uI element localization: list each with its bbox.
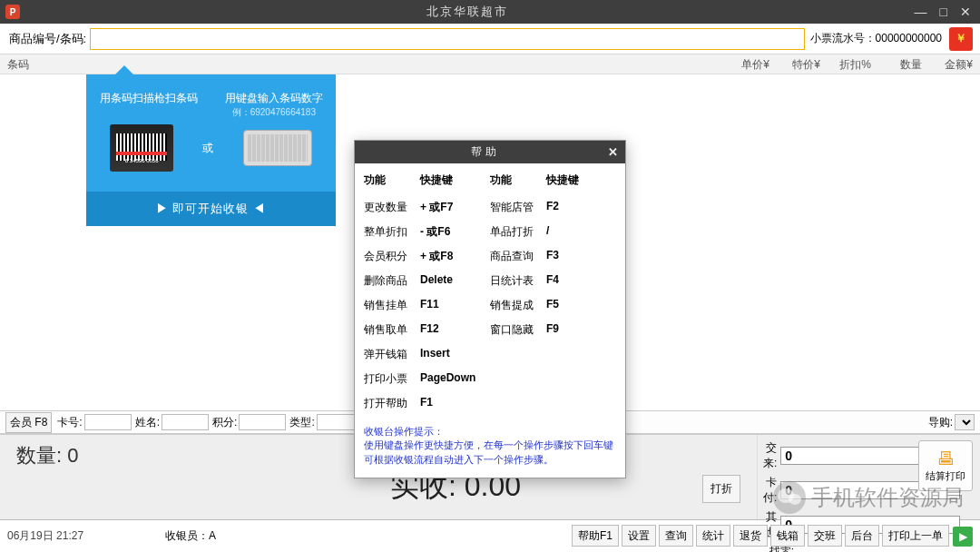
maximize-button[interactable]: □ [940,5,947,19]
help-row: 销售提成F5 [490,293,616,318]
help-row: 打开帮助F1 [364,391,490,416]
help-row: 会员积分+ 或F8 [364,244,490,269]
window-titlebar: P 北京华联超市 — □ ✕ [0,0,980,24]
help-close-button[interactable]: ✕ [608,145,618,159]
ticket-label: 小票流水号：00000000000 [810,31,942,46]
play-button[interactable]: ▶ [953,527,973,547]
coin-icon[interactable]: ￥ [949,27,973,51]
help-row: 销售挂单F11 [364,293,490,318]
toolbar-button[interactable]: 交班 [808,525,842,547]
item-table-header: 条码 单价¥ 特价¥ 折扣% 数量 金额¥ [0,54,980,74]
toolbar-button[interactable]: 退货 [733,525,768,547]
help-row: 窗口隐藏F9 [490,318,616,342]
pay-card-label: 卡付: [763,475,777,506]
type-label: 类型: [289,415,314,430]
col-amount: 金额¥ [929,54,980,74]
quantity-display: 数量: 0 [16,444,79,467]
help-row: 智能店管F2 [490,195,616,220]
ticket-number: 00000000000 [876,32,942,44]
help-title: 帮助 [362,144,608,160]
help-row: 销售取单F12 [364,318,490,342]
hint-start: ▶ 即可开始收银 ◀ [86,192,336,226]
guide-label: 导购: [928,415,953,430]
barcode-label: 商品编号/条码: [9,31,86,47]
pay-cash-label: 交来: [763,440,777,471]
help-row: 打印小票PageDown [364,367,490,391]
col-qty: 数量 [878,54,929,74]
toolbar-button[interactable]: 查询 [659,525,693,547]
printer-icon: 🖶 [936,448,955,469]
name-input[interactable] [162,414,209,430]
window-title: 北京华联超市 [20,4,915,20]
close-button[interactable]: ✕ [960,5,971,19]
help-row: 更改数量+ 或F7 [364,195,490,220]
keyboard-icon [243,130,312,166]
name-label: 姓名: [135,415,160,430]
card-label: 卡号: [57,415,82,430]
hint-keyboard-text: 用键盘输入条码数字 [225,91,323,106]
app-icon: P [5,5,20,19]
barcode-row: 商品编号/条码: 小票流水号：00000000000 ￥ [0,24,980,54]
guide-select[interactable] [955,414,975,430]
status-datetime: 06月19日 21:27 [7,528,83,544]
help-row: 删除商品Delete [364,269,490,293]
help-row: 商品查询F3 [490,244,616,269]
help-dialog: 帮助 ✕ 功能快捷键 更改数量+ 或F7整单折扣- 或F6会员积分+ 或F8删除… [354,140,626,478]
help-row: 整单折扣- 或F6 [364,220,490,244]
points-input[interactable] [239,414,286,430]
toolbar-button[interactable]: 统计 [696,525,730,547]
member-button[interactable]: 会员 F8 [5,412,52,433]
barcode-icon: 6 34536 0056 [110,124,173,172]
barcode-input[interactable] [90,28,804,50]
col-special: 特价¥ [777,54,828,74]
help-row: 单品打折/ [490,220,616,244]
help-footer-tip: 收银台操作提示： 使用键盘操作更快捷方便，在每一个操作步骤按下回车键可根据收银流… [355,419,625,478]
toolbar-button[interactable]: 帮助F1 [572,525,619,547]
card-input[interactable] [84,414,132,430]
toolbar-button[interactable]: 设置 [622,525,656,547]
scan-hint-tooltip: 用条码扫描枪扫条码 用键盘输入条码数字 例：6920476664183 6 34… [86,74,336,226]
help-row: 日统计表F4 [490,269,616,293]
hint-scan-text: 用条码扫描枪扫条码 [100,91,198,106]
checkout-print-button[interactable]: 🖶 结算打印 [918,440,973,491]
points-label: 积分: [212,415,237,430]
discount-button[interactable]: 打折 [702,475,740,503]
hint-example: 例：6920476664183 [97,106,325,119]
col-discount: 折扣% [828,54,878,74]
minimize-button[interactable]: — [915,5,927,19]
toolbar-button[interactable]: 钱箱 [770,525,805,547]
toolbar-button[interactable]: 打印上一单 [882,525,949,547]
hint-or: 或 [202,141,213,156]
help-row: 弹开钱箱Insert [364,342,490,367]
col-barcode: 条码 [0,54,726,74]
col-price: 单价¥ [726,54,777,74]
toolbar-button[interactable]: 后台 [845,525,879,547]
cashier-display: 收银员：A [165,528,216,544]
item-list-area: 用条码扫描枪扫条码 用键盘输入条码数字 例：6920476664183 6 34… [0,74,980,410]
